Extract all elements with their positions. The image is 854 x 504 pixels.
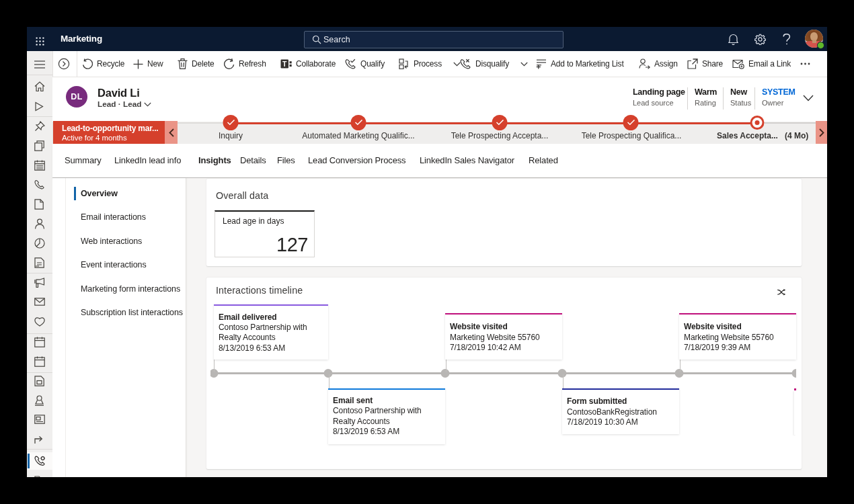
svg-text:T: T — [282, 60, 287, 68]
